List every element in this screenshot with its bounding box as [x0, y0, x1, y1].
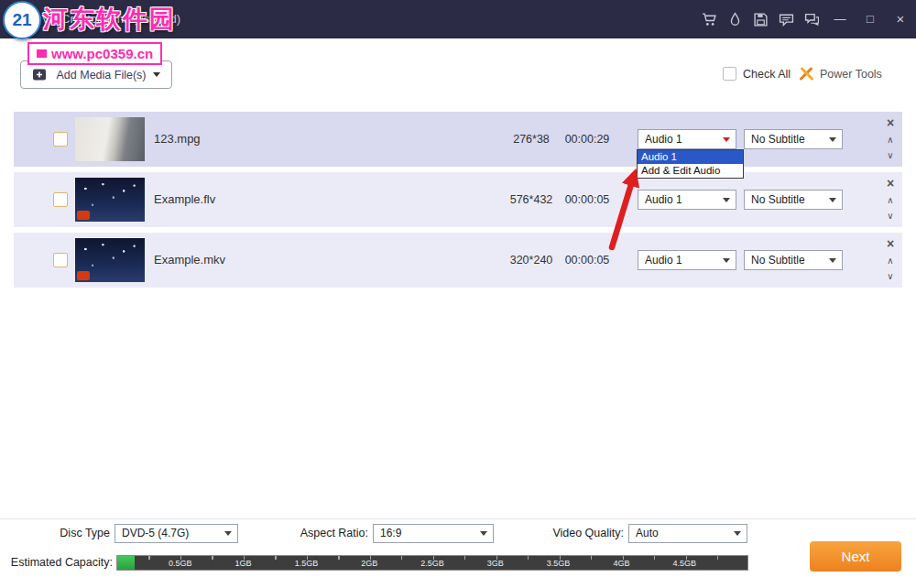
row-checkbox[interactable] — [53, 253, 68, 267]
capacity-tick: 0.5GB — [169, 557, 192, 570]
annotation-arrow — [577, 154, 660, 259]
aspect-ratio-value: 16:9 — [380, 527, 401, 539]
power-tools-label: Power Tools — [820, 68, 882, 81]
row-controls: × ∧ ∨ — [880, 179, 900, 221]
add-media-label: Add Media File(s) — [57, 69, 147, 82]
capacity-tick: 1.5GB — [295, 557, 319, 570]
aspect-ratio-select[interactable]: 16:9 — [373, 524, 494, 543]
capacity-tick: 3.5GB — [547, 557, 571, 570]
row-checkbox[interactable] — [53, 132, 68, 147]
maximize-button[interactable]: □ — [860, 0, 880, 38]
subtitle-select[interactable]: No Subtitle — [744, 190, 843, 210]
capacity-tick: 1GB — [235, 557, 252, 570]
move-up-button[interactable]: ∧ — [887, 136, 893, 145]
chevron-down-icon — [153, 72, 160, 77]
subtitle-select[interactable]: No Subtitle — [744, 129, 843, 149]
move-up-button[interactable]: ∧ — [887, 196, 893, 205]
media-row[interactable]: 123.mpg 276*38 00:00:29 Audio 1 No Subti… — [14, 112, 902, 167]
capacity-tick: 2.5GB — [420, 557, 444, 570]
footer: Disc Type DVD-5 (4.7G) Aspect Ratio: 16:… — [0, 518, 916, 588]
subtitle-select-value: No Subtitle — [751, 193, 805, 206]
chevron-down-icon — [829, 198, 836, 202]
row-checkbox[interactable] — [53, 192, 68, 207]
media-file-list: 123.mpg 276*38 00:00:29 Audio 1 No Subti… — [14, 112, 902, 293]
move-down-button[interactable]: ∨ — [887, 212, 893, 221]
video-quality-select[interactable]: Auto — [628, 524, 747, 543]
audio-select[interactable]: Audio 1 — [638, 129, 736, 149]
estimated-capacity-label: Estimated Capacity: — [7, 556, 113, 569]
power-tools-button[interactable]: Power Tools — [799, 67, 882, 81]
minimize-button[interactable]: — — [830, 0, 850, 38]
chevron-down-icon — [723, 198, 730, 202]
subtitle-select-value: No Subtitle — [751, 254, 805, 267]
power-tools-icon — [799, 67, 814, 81]
feedback-icon[interactable] — [779, 12, 794, 27]
file-name: Example.mkv — [154, 233, 225, 288]
save-icon[interactable] — [753, 12, 769, 27]
disc-type-label: Disc Type — [37, 524, 110, 543]
add-media-button[interactable]: Add Media File(s) — [20, 60, 172, 89]
remove-row-button[interactable]: × — [887, 239, 894, 249]
next-button[interactable]: Next — [810, 541, 901, 572]
capacity-tick: 2GB — [361, 557, 377, 570]
move-up-button[interactable]: ∧ — [887, 256, 893, 266]
move-down-button[interactable]: ∨ — [887, 151, 893, 160]
ink-drop-icon[interactable] — [727, 12, 743, 27]
check-all-checkbox[interactable] — [723, 67, 736, 81]
video-thumbnail — [75, 178, 145, 222]
video-quality-value: Auto — [636, 527, 659, 539]
capacity-bar: 0.5GB 1GB 1.5GB 2GB 2.5GB 3GB 3.5GB 4GB … — [116, 555, 748, 571]
chevron-down-icon — [224, 531, 232, 536]
video-thumbnail — [75, 117, 145, 161]
aspect-ratio-label: Aspect Ratio: — [279, 524, 368, 543]
disc-type-select[interactable]: DVD-5 (4.7G) — [114, 524, 238, 543]
media-row[interactable]: Example.flv 576*432 00:00:05 Audio 1 No … — [14, 172, 902, 227]
titlebar-icons: — □ × — [702, 0, 911, 38]
window-title: DVD Creator (Unregistered) — [33, 0, 180, 38]
titlebar: DVD Creator (Unregistered) — — [0, 0, 916, 38]
remove-row-button[interactable]: × — [887, 118, 894, 128]
video-thumbnail — [75, 238, 145, 282]
capacity-tick: 3GB — [487, 557, 504, 570]
move-down-button[interactable]: ∨ — [887, 272, 893, 281]
close-button[interactable]: × — [890, 0, 911, 38]
check-all-label: Check All — [743, 68, 791, 81]
capacity-fill — [117, 556, 135, 570]
cart-icon[interactable] — [702, 12, 717, 27]
chevron-down-icon — [480, 531, 487, 536]
row-controls: × ∧ ∨ — [880, 118, 900, 160]
subtitle-select[interactable]: No Subtitle — [744, 250, 843, 270]
disc-type-value: DVD-5 (4.7G) — [122, 527, 189, 539]
chevron-down-icon — [723, 137, 730, 142]
capacity-tick: 4.5GB — [672, 557, 696, 570]
chevron-down-icon — [734, 531, 741, 536]
media-row[interactable]: Example.mkv 320*240 00:00:05 Audio 1 No … — [14, 233, 902, 288]
subtitle-select-value: No Subtitle — [751, 133, 805, 146]
remove-row-button[interactable]: × — [887, 179, 894, 189]
app-window: DVD Creator (Unregistered) — — [0, 0, 916, 588]
chevron-down-icon — [829, 137, 836, 142]
chevron-down-icon — [723, 258, 730, 263]
chat-icon[interactable] — [804, 12, 820, 27]
audio-select-value: Audio 1 — [645, 133, 682, 146]
check-all-control[interactable]: Check All — [723, 67, 791, 81]
chevron-down-icon — [829, 258, 836, 263]
capacity-tick: 4GB — [613, 557, 629, 570]
file-name: Example.flv — [154, 172, 215, 227]
file-name: 123.mpg — [154, 112, 201, 167]
video-quality-label: Video Quality: — [529, 524, 624, 543]
row-controls: × ∧ ∨ — [880, 239, 900, 281]
add-media-icon — [32, 68, 49, 82]
toolbar: Add Media File(s) Check All Power Tools — [0, 38, 916, 109]
